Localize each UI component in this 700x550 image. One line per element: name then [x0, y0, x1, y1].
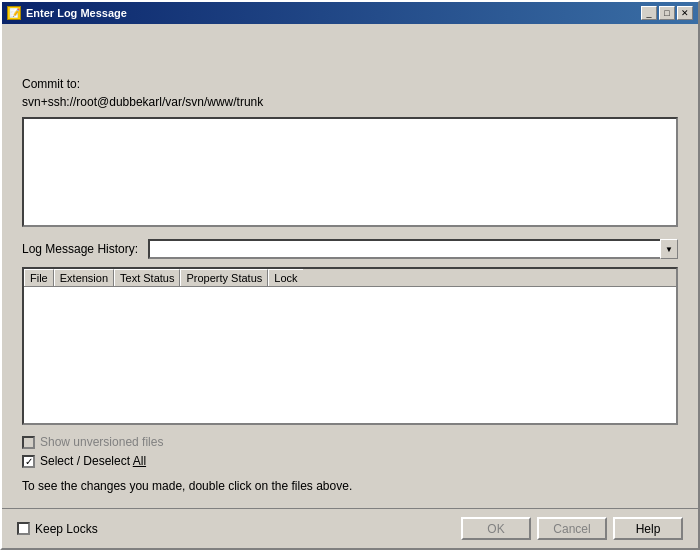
keep-locks-section: Keep Locks [17, 522, 451, 536]
keep-locks-checkbox[interactable] [17, 522, 30, 535]
cancel-button[interactable]: Cancel [537, 517, 607, 540]
col-property-status[interactable]: Property Status [180, 269, 268, 286]
close-button[interactable]: ✕ [677, 6, 693, 20]
log-history-row: Log Message History: ▼ [22, 239, 678, 259]
show-unversioned-label: Show unversioned files [40, 435, 163, 449]
commit-url: svn+ssh://root@dubbekarl/var/svn/www/tru… [22, 95, 678, 109]
keep-locks-label: Keep Locks [35, 522, 98, 536]
select-deselect-underline: All [133, 454, 146, 468]
col-extension[interactable]: Extension [54, 269, 114, 286]
file-table-body [24, 287, 676, 362]
select-deselect-prefix: Select / Deselect [40, 454, 133, 468]
select-deselect-label: Select / Deselect All [40, 454, 146, 468]
col-lock[interactable]: Lock [268, 269, 302, 286]
main-window: 📝 Enter Log Message _ □ ✕ Commit to: svn… [0, 0, 700, 550]
log-history-select[interactable] [148, 239, 678, 259]
title-bar-left: 📝 Enter Log Message [7, 6, 127, 20]
window-title: Enter Log Message [26, 7, 127, 19]
commit-label: Commit to: [22, 77, 678, 91]
content-area: Commit to: svn+ssh://root@dubbekarl/var/… [2, 24, 698, 508]
bottom-buttons: OK Cancel Help [461, 517, 683, 540]
bottom-bar: Keep Locks OK Cancel Help [2, 508, 698, 548]
log-history-dropdown-wrapper: ▼ [148, 239, 678, 259]
file-table-header: File Extension Text Status Property Stat… [24, 269, 676, 287]
log-message-textarea[interactable] [22, 117, 678, 227]
commit-section: Commit to: svn+ssh://root@dubbekarl/var/… [22, 77, 678, 109]
col-text-status[interactable]: Text Status [114, 269, 180, 286]
log-history-label: Log Message History: [22, 242, 138, 256]
show-unversioned-checkbox[interactable] [22, 436, 35, 449]
select-deselect-checkbox[interactable] [22, 455, 35, 468]
help-button[interactable]: Help [613, 517, 683, 540]
title-bar-controls: _ □ ✕ [641, 6, 693, 20]
ok-button[interactable]: OK [461, 517, 531, 540]
hint-text: To see the changes you made, double clic… [22, 479, 678, 493]
minimize-button[interactable]: _ [641, 6, 657, 20]
checkboxes-section: Show unversioned files Select / Deselect… [22, 435, 678, 468]
maximize-button[interactable]: □ [659, 6, 675, 20]
window-icon: 📝 [7, 6, 21, 20]
title-bar: 📝 Enter Log Message _ □ ✕ [2, 2, 698, 24]
col-file[interactable]: File [24, 269, 54, 286]
select-deselect-row: Select / Deselect All [22, 454, 678, 468]
file-table: File Extension Text Status Property Stat… [22, 267, 678, 425]
show-unversioned-row: Show unversioned files [22, 435, 678, 449]
